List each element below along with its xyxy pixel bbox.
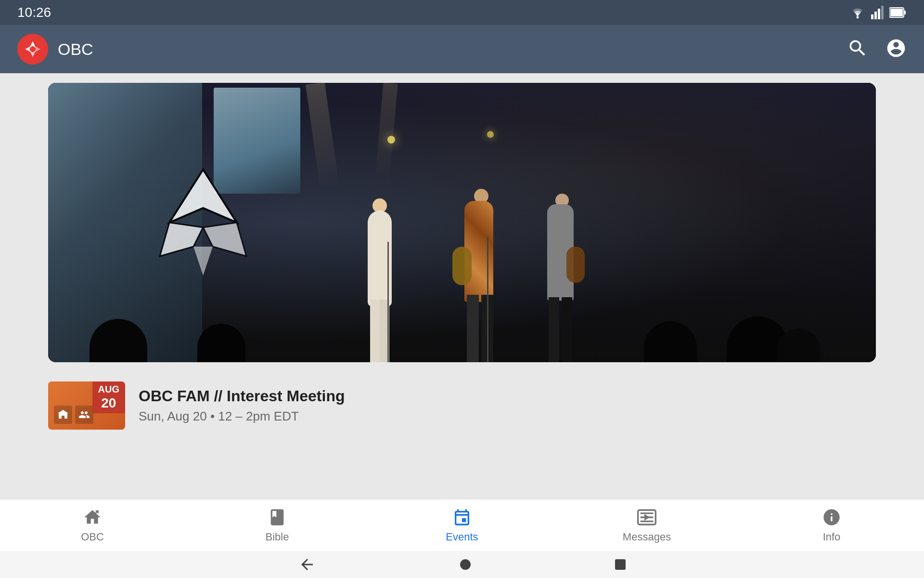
profile-icon — [886, 38, 907, 59]
status-time: 10:26 — [17, 5, 51, 20]
nav-label-events: Events — [446, 531, 478, 543]
svg-rect-3 — [878, 9, 880, 19]
app-bar-right — [847, 38, 907, 61]
home-icon — [83, 508, 102, 527]
back-icon — [298, 556, 316, 573]
bible-icon — [268, 508, 287, 527]
svg-marker-10 — [25, 46, 31, 52]
battery-icon — [889, 7, 907, 18]
svg-rect-2 — [874, 12, 877, 19]
home-circle-icon — [460, 559, 471, 570]
event-info: OBC FAM // Interest Meeting Sun, Aug 20 … — [139, 387, 345, 424]
event-title: OBC FAM // Interest Meeting — [139, 387, 345, 405]
search-icon — [847, 38, 868, 59]
home-button[interactable] — [460, 559, 471, 570]
nav-label-info: Info — [823, 531, 841, 543]
search-button[interactable] — [847, 38, 868, 61]
svg-rect-6 — [904, 11, 906, 14]
event-time: Sun, Aug 20 • 12 – 2pm EDT — [139, 409, 345, 424]
back-button[interactable] — [298, 556, 316, 573]
app-bar-title: OBC — [58, 40, 93, 59]
events-section: AUG 20 OBC FAM // Interest Meeting Sun, … — [48, 372, 876, 439]
hero-video[interactable] — [48, 83, 876, 362]
svg-marker-13 — [644, 514, 650, 520]
nav-label-bible: Bible — [266, 531, 289, 543]
mic-orb-2 — [487, 131, 494, 138]
nav-label-obc: OBC — [81, 531, 104, 543]
recents-square-icon — [615, 559, 626, 570]
status-icons — [849, 6, 907, 19]
event-date-badge: AUG 20 — [92, 381, 125, 413]
bottom-nav: OBC Bible Events Messages Info — [0, 499, 924, 551]
app-bar: OBC — [0, 25, 924, 73]
nav-item-obc[interactable]: OBC — [49, 508, 136, 543]
signal-icon — [871, 6, 885, 19]
obc-logo-icon — [23, 39, 42, 59]
recents-button[interactable] — [615, 559, 626, 570]
nav-item-info[interactable]: Info — [788, 508, 875, 543]
video-scene — [48, 83, 876, 362]
svg-rect-1 — [871, 14, 873, 19]
nav-label-messages: Messages — [623, 531, 671, 543]
svg-rect-4 — [881, 6, 884, 19]
event-thumbnail: AUG 20 — [48, 381, 125, 430]
wifi-icon — [849, 6, 866, 19]
info-icon — [822, 508, 841, 527]
profile-button[interactable] — [886, 38, 907, 61]
messages-icon — [637, 508, 656, 527]
app-bar-left: OBC — [17, 34, 93, 65]
nav-item-events[interactable]: Events — [419, 508, 505, 543]
status-bar: 10:26 — [0, 0, 924, 25]
svg-point-0 — [857, 16, 859, 19]
svg-rect-7 — [890, 9, 903, 16]
main-content: AUG 20 OBC FAM // Interest Meeting Sun, … — [0, 73, 924, 501]
nav-item-bible[interactable]: Bible — [234, 508, 321, 543]
app-logo[interactable] — [17, 34, 48, 65]
event-date-month: AUG — [98, 384, 119, 394]
event-item[interactable]: AUG 20 OBC FAM // Interest Meeting Sun, … — [48, 372, 876, 439]
system-nav — [0, 551, 924, 578]
events-icon — [452, 508, 472, 527]
audience — [48, 314, 876, 362]
video-logo-overlay — [131, 150, 275, 295]
nav-item-messages[interactable]: Messages — [603, 508, 690, 543]
svg-marker-11 — [34, 46, 40, 52]
event-date-day: 20 — [98, 395, 119, 411]
